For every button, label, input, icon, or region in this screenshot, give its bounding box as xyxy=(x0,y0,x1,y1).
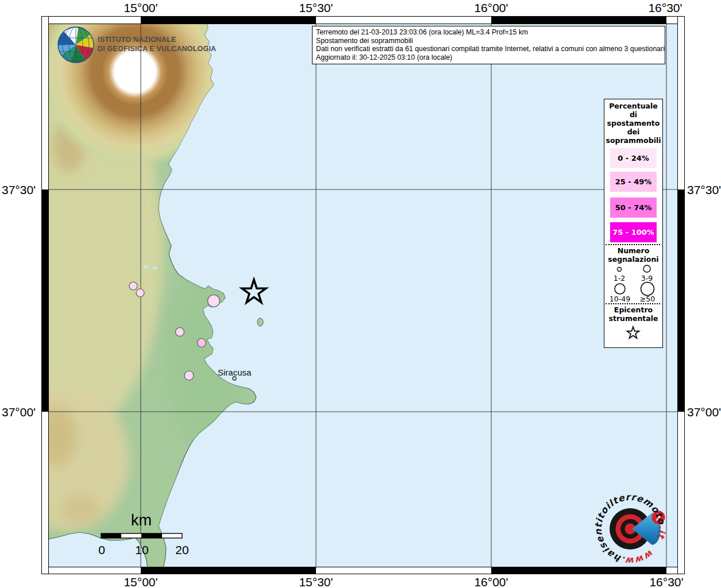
observation-dot xyxy=(129,282,137,290)
ingv-name-line1: ISTITUTO NAZIONALE xyxy=(98,35,216,44)
axis-label-bottom-2: 15°30' xyxy=(299,575,333,588)
legend-class-25-49: 25 - 49% xyxy=(610,172,657,192)
axis-label-bottom-3: 16°00' xyxy=(474,575,508,588)
axis-label-top-4: 16°30' xyxy=(648,1,682,15)
signal-label-10-49: 10-49 xyxy=(610,295,630,303)
axis-label-top-3: 16°00' xyxy=(474,1,508,15)
legend-class-50-74: 50 - 74% xyxy=(610,198,657,218)
observation-dot xyxy=(198,339,206,347)
ingv-logo-text: ISTITUTO NAZIONALE DI GEOFISICA E VULCAN… xyxy=(98,35,216,53)
scale-unit-label: km xyxy=(131,512,152,529)
axis-label-bottom-1: 15°00' xyxy=(124,575,157,588)
signals-title-line2: segnalazioni xyxy=(604,255,662,264)
legend-separator xyxy=(606,244,660,245)
signal-circle-3-9 xyxy=(643,265,650,272)
scale-bar xyxy=(101,533,182,538)
legend-title-line: spostamento xyxy=(604,119,662,127)
info-line-source: Dati non verificati estratti da 61 quest… xyxy=(316,45,661,53)
axis-label-bottom-4: 16°30' xyxy=(649,575,683,588)
scale-tick-0: 0 xyxy=(98,543,105,557)
signal-label-50: ≥50 xyxy=(640,295,655,303)
legend-title-line: Percentuale xyxy=(604,102,662,110)
legend: Percentuale di spostamento dei soprammob… xyxy=(604,99,663,348)
legend-separator xyxy=(606,303,660,304)
signals-title-line1: Numero xyxy=(604,246,662,255)
small-island xyxy=(257,318,263,326)
legend-class-75-100: 75 - 100% xyxy=(610,222,657,242)
signal-size-key: 1-2 3-9 10-49 ≥50 xyxy=(604,265,662,304)
earthquake-info-box: Terremoto del 21-03-2013 23:03:06 (ora l… xyxy=(312,26,665,64)
axis-label-top-2: 15°30' xyxy=(299,1,333,15)
ingv-name-line2: DI GEOFISICA E VULCANOLOGIA xyxy=(98,44,216,53)
legend-title-line: soprammobili xyxy=(604,136,662,145)
axis-label-right-2: 37°00' xyxy=(687,405,721,419)
scale-tick-10: 10 xyxy=(135,543,148,557)
observation-dot xyxy=(136,289,144,297)
epicenter-title-line1: Epicentro xyxy=(604,305,662,314)
epicenter-key xyxy=(625,324,641,342)
observation-dot xyxy=(208,295,220,307)
legend-title-line: di xyxy=(604,110,662,119)
observation-dot xyxy=(184,371,194,380)
legend-title-line: dei xyxy=(604,127,662,136)
epicenter-star-icon xyxy=(627,327,639,338)
observation-dot xyxy=(176,328,184,336)
screenshot-root: { "info_box": { "lines": [ "Terremoto de… xyxy=(0,0,721,588)
signal-circle-10-49 xyxy=(615,284,625,294)
signal-circle-1-2 xyxy=(618,268,622,272)
axis-label-top-1: 15°00' xyxy=(124,1,157,15)
info-line-effect: Spostamento dei soprammobili xyxy=(316,37,661,45)
scale-tick-20: 20 xyxy=(175,543,188,557)
signal-label-1-2: 1-2 xyxy=(614,274,625,283)
axis-label-left-2: 37°00' xyxy=(2,405,36,419)
city-label-siracusa: Siracusa xyxy=(218,368,251,377)
epicenter-title-line2: strumentale xyxy=(604,314,662,323)
axis-label-right-1: 37°30' xyxy=(687,183,721,197)
info-line-event: Terremoto del 21-03-2013 23:03:06 (ora l… xyxy=(316,28,661,37)
legend-class-0-24: 0 - 24% xyxy=(610,148,657,168)
signal-circle-50 xyxy=(641,283,654,296)
axis-label-left-1: 37°30' xyxy=(2,183,36,197)
ingv-globe-icon xyxy=(58,27,94,63)
info-line-updated: Aggiornato il: 30-12-2025 03:10 (ora loc… xyxy=(316,53,661,62)
signal-label-3-9: 3-9 xyxy=(641,274,653,283)
